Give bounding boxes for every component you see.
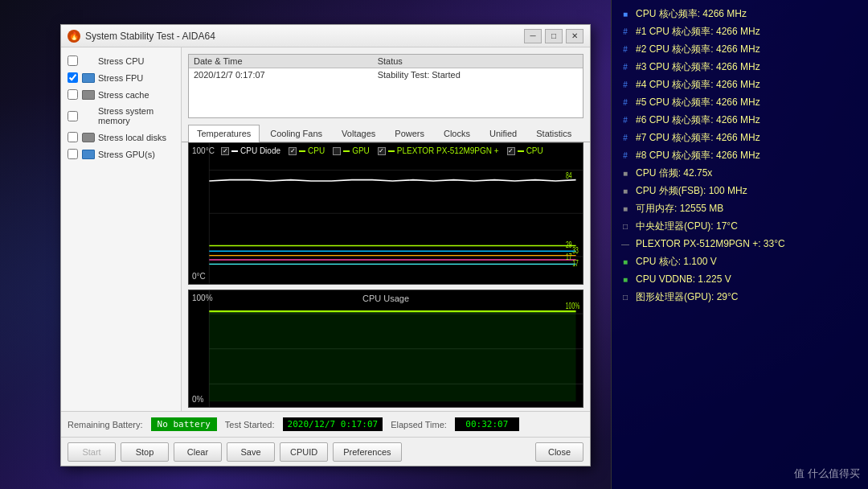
svg-marker-13 bbox=[209, 311, 575, 401]
sidebar-label-stress-memory: Stress system memory bbox=[98, 106, 174, 125]
sidebar-item-stress-fpu[interactable]: Stress FPU bbox=[64, 71, 178, 84]
tab-unified[interactable]: Unified bbox=[481, 125, 526, 142]
sidebar-item-stress-cpu[interactable]: Stress CPU bbox=[64, 54, 178, 68]
maximize-button[interactable]: □ bbox=[545, 29, 563, 43]
legend-cpu: ✓ CPU bbox=[289, 146, 325, 155]
sidebar-label-stress-disks: Stress local disks bbox=[98, 133, 166, 142]
stat-text-0: CPU 核心频率: 4266 MHz bbox=[636, 6, 747, 21]
tab-voltages[interactable]: Voltages bbox=[333, 125, 384, 142]
title-bar: 🔥 System Stability Test - AIDA64 ─ □ ✕ bbox=[61, 25, 590, 47]
close-window-button[interactable]: ✕ bbox=[566, 29, 583, 43]
stat-text-11: 可用内存: 12555 MB bbox=[636, 201, 723, 216]
preferences-button[interactable]: Preferences bbox=[333, 442, 401, 462]
stop-button[interactable]: Stop bbox=[121, 442, 169, 462]
start-button[interactable]: Start bbox=[68, 442, 116, 462]
stat-line-9: CPU 倍频: 42.75x bbox=[620, 166, 860, 180]
temp-y-top: 100°C bbox=[192, 146, 215, 155]
watermark: 值 什么值得买 bbox=[794, 466, 860, 481]
stat-text-15: CPU VDDNB: 1.225 V bbox=[636, 272, 731, 286]
stat-line-3: #3 CPU 核心频率: 4266 MHz bbox=[620, 60, 860, 74]
cpu-chart-svg: 100% bbox=[189, 290, 583, 407]
stat-text-8: #8 CPU 核心频率: 4266 MHz bbox=[636, 148, 760, 162]
cpu-usage-chart: CPU Usage 100% 0% 100% bbox=[188, 290, 583, 408]
checkbox-stress-cache[interactable] bbox=[68, 89, 78, 100]
stat-text-6: #6 CPU 核心频率: 4266 MHz bbox=[636, 113, 760, 127]
sidebar-label-stress-cache: Stress cache bbox=[98, 90, 149, 100]
sidebar-item-stress-gpu[interactable]: Stress GPU(s) bbox=[64, 147, 178, 161]
memory-icon bbox=[82, 111, 95, 121]
checkbox-stress-disks[interactable] bbox=[68, 132, 78, 142]
elapsed-value: 00:32:07 bbox=[455, 417, 519, 431]
battery-label: Remaining Battery: bbox=[68, 420, 143, 429]
legend-plextor: ✓ PLEXTOR PX-512M9PGN + bbox=[378, 146, 499, 155]
tab-clocks[interactable]: Clocks bbox=[435, 125, 479, 142]
stat-line-5: #5 CPU 核心频率: 4266 MHz bbox=[620, 95, 860, 109]
status-bar: Remaining Battery: No battery Test Start… bbox=[61, 411, 590, 437]
cache-icon bbox=[82, 90, 95, 100]
clear-button[interactable]: Clear bbox=[174, 442, 222, 462]
cpu-icon-icon-16 bbox=[620, 291, 631, 302]
window-body: Stress CPUStress FPUStress cacheStress s… bbox=[61, 47, 590, 411]
blue-square-icon-0 bbox=[620, 8, 631, 19]
legend-gpu: GPU bbox=[333, 146, 370, 155]
sidebar-item-stress-cache[interactable]: Stress cache bbox=[64, 88, 178, 101]
button-bar: Start Stop Clear Save CPUID Preferences … bbox=[61, 437, 590, 466]
cpu-chart-title: CPU Usage bbox=[362, 294, 409, 303]
hash-icon-8 bbox=[620, 150, 631, 161]
hash-icon-6 bbox=[620, 114, 631, 125]
charts-area: 100°C 0°C ✓ CPU Diode ✓ CPU bbox=[182, 142, 590, 411]
svg-text:17: 17 bbox=[572, 258, 579, 268]
tabs-bar: TemperaturesCooling FansVoltagesPowersCl… bbox=[182, 125, 590, 142]
svg-text:17: 17 bbox=[566, 252, 572, 261]
stat-line-6: #6 CPU 核心频率: 4266 MHz bbox=[620, 113, 860, 127]
stat-line-7: #7 CPU 核心频率: 4266 MHz bbox=[620, 130, 860, 145]
log-status: Stability Test: Started bbox=[373, 68, 583, 82]
test-started-label: Test Started: bbox=[225, 420, 275, 429]
main-window: 🔥 System Stability Test - AIDA64 ─ □ ✕ S… bbox=[60, 24, 591, 466]
tab-statistics[interactable]: Statistics bbox=[527, 125, 580, 142]
stat-text-4: #4 CPU 核心频率: 4266 MHz bbox=[636, 77, 760, 92]
svg-text:84: 84 bbox=[566, 171, 572, 181]
stat-text-5: #5 CPU 核心频率: 4266 MHz bbox=[636, 95, 760, 109]
sidebar-label-stress-gpu: Stress GPU(s) bbox=[98, 150, 155, 159]
minimize-button[interactable]: ─ bbox=[524, 29, 542, 43]
checkbox-stress-memory[interactable] bbox=[68, 111, 78, 121]
log-col-status: Status bbox=[373, 55, 583, 68]
cpuid-button[interactable]: CPUID bbox=[280, 442, 328, 462]
checkbox-stress-fpu[interactable] bbox=[68, 72, 78, 83]
hash-icon-7 bbox=[620, 132, 631, 143]
stat-text-13: PLEXTOR PX-512M9PGN +: 33°C bbox=[636, 236, 785, 251]
temp-chart-legend: ✓ CPU Diode ✓ CPU GPU bbox=[221, 146, 543, 155]
checkbox-stress-gpu[interactable] bbox=[68, 149, 78, 159]
tab-temperatures[interactable]: Temperatures bbox=[188, 125, 260, 142]
stat-text-9: CPU 倍频: 42.75x bbox=[636, 166, 712, 180]
cpu-icon bbox=[82, 56, 95, 66]
right-stats-panel: CPU 核心频率: 4266 MHz#1 CPU 核心频率: 4266 MHz#… bbox=[611, 0, 868, 489]
checkbox-stress-cpu[interactable] bbox=[68, 55, 78, 66]
log-row: 2020/12/7 0:17:07Stability Test: Started bbox=[189, 68, 583, 82]
stress-options-panel: Stress CPUStress FPUStress cacheStress s… bbox=[61, 47, 182, 411]
stat-line-14: CPU 核心: 1.100 V bbox=[620, 254, 860, 269]
sidebar-item-stress-memory[interactable]: Stress system memory bbox=[64, 105, 178, 127]
stat-text-1: #1 CPU 核心频率: 4266 MHz bbox=[636, 24, 760, 39]
stat-line-2: #2 CPU 核心频率: 4266 MHz bbox=[620, 42, 860, 56]
tab-powers[interactable]: Powers bbox=[386, 125, 433, 142]
sidebar-item-stress-disks[interactable]: Stress local disks bbox=[64, 130, 178, 144]
stat-text-7: #7 CPU 核心频率: 4266 MHz bbox=[636, 130, 760, 145]
svg-text:100%: 100% bbox=[566, 300, 580, 310]
log-col-datetime: Date & Time bbox=[189, 55, 373, 68]
stat-line-13: PLEXTOR PX-512M9PGN +: 33°C bbox=[620, 236, 860, 251]
tab-cooling-fans[interactable]: Cooling Fans bbox=[261, 125, 331, 142]
temp-chart-svg: 84 29 33 17 17 bbox=[189, 143, 583, 284]
gpu-icon bbox=[82, 150, 95, 159]
elapsed-label: Elapsed Time: bbox=[391, 420, 447, 429]
stat-text-3: #3 CPU 核心频率: 4266 MHz bbox=[636, 60, 760, 74]
green-sq-icon-14 bbox=[620, 256, 631, 267]
grey-square-icon-9 bbox=[620, 167, 631, 179]
window-close-button[interactable]: Close bbox=[535, 442, 583, 462]
cpu-y-top: 100% bbox=[192, 294, 213, 302]
sidebar-label-stress-fpu: Stress FPU bbox=[98, 73, 143, 83]
temperature-chart: 100°C 0°C ✓ CPU Diode ✓ CPU bbox=[188, 142, 583, 285]
save-button[interactable]: Save bbox=[227, 442, 275, 462]
log-table: Date & Time Status 2020/12/7 0:17:07Stab… bbox=[189, 55, 583, 81]
